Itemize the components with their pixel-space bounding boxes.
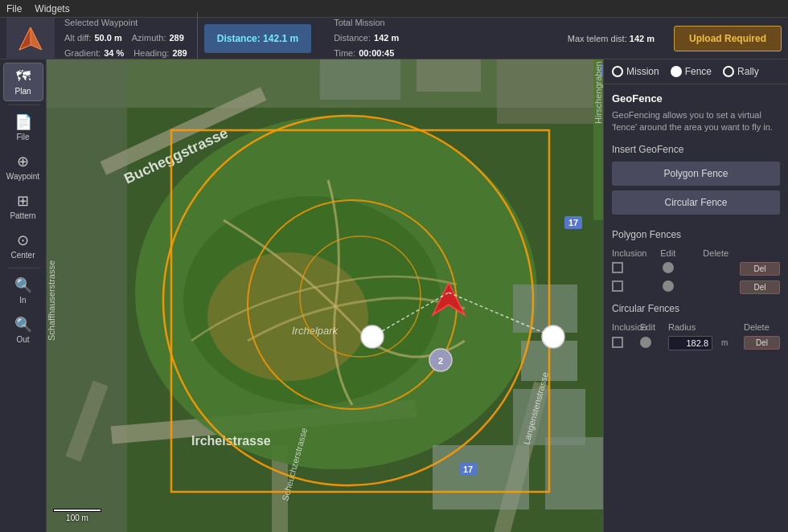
circular-table-header: Inclusion Edit Radius Delete [612, 321, 780, 334]
polygon-row-2: Del [612, 278, 780, 297]
file-icon: 📄 [14, 113, 32, 131]
radio-rally-circle [723, 66, 734, 77]
svg-text:Schaffhauserstrasse: Schaffhauserstrasse [47, 260, 56, 341]
inclusion-header: Inclusion [612, 248, 644, 258]
telem-info: Max telem dist: 142 m [558, 34, 664, 43]
alt-diff-value: 50.0 m [94, 31, 121, 46]
polygon-row-1: Del [612, 260, 780, 278]
circular-1-del-button[interactable]: Del [744, 336, 780, 350]
radio-fence-option[interactable]: Fence [671, 66, 712, 77]
geofence-desc: GeoFencing allows you to set a virtual '… [612, 109, 780, 134]
main-area: 🗺 Plan 📄 File ⊕ Waypoint ⊞ Pattern ⊙ Cen… [0, 59, 788, 532]
circular-inclusion-header: Inclusion [612, 322, 640, 332]
sidebar-waypoint-button[interactable]: ⊕ Waypoint [3, 148, 43, 186]
circular-row-1: m Del [612, 334, 780, 353]
svg-rect-19 [320, 59, 400, 100]
geofence-title: GeoFence [612, 92, 780, 104]
sidebar-divider-2 [7, 268, 39, 268]
polygon-1-edit-radio[interactable] [663, 262, 674, 273]
mission-time-value: 00:00:45 [359, 46, 394, 61]
polygon-fences-label: Polygon Fences [612, 229, 780, 240]
sidebar-center-button[interactable]: ⊙ Center [3, 227, 43, 264]
sidebar-file-button[interactable]: 📄 File [3, 108, 43, 146]
svg-text:Irchelpark: Irchelpark [292, 325, 339, 337]
radio-fence-label: Fence [685, 66, 712, 77]
svg-rect-17 [545, 437, 603, 509]
file-label: File [16, 133, 29, 141]
gradient-label: Gradient: [64, 46, 101, 61]
scale-label: 100 m [66, 514, 88, 522]
svg-rect-21 [497, 59, 603, 124]
menu-file[interactable]: File [6, 3, 22, 14]
upload-required-button[interactable]: Upload Required [674, 26, 782, 51]
heading-label: Heading: [133, 46, 169, 61]
mission-distance-label: Distance: [334, 31, 371, 46]
polygon-2-edit-radio[interactable] [663, 280, 674, 292]
center-label: Center [10, 251, 35, 260]
waypoint-icon: ⊕ [17, 153, 29, 170]
svg-rect-20 [417, 59, 481, 92]
plan-label: Plan [14, 87, 31, 96]
radius-unit: m [721, 338, 744, 347]
sidebar-divider-1 [7, 104, 39, 105]
svg-text:Hirschengraben: Hirschengraben [593, 61, 603, 124]
polygon-fence-table: Inclusion Edit Delete Del Del [612, 247, 780, 297]
polygon-fence-button[interactable]: Polygon Fence [612, 162, 780, 186]
logo-area [6, 18, 55, 59]
circular-fence-table: Inclusion Edit Radius Delete m Del [612, 321, 780, 353]
radio-rally-option[interactable]: Rally [723, 66, 759, 77]
circular-edit-header: Edit [640, 322, 668, 332]
circular-1-inclusion-checkbox[interactable] [612, 337, 623, 348]
mission-label: Total Mission [334, 15, 385, 31]
plan-icon: 🗺 [16, 68, 31, 85]
app-logo [16, 24, 45, 53]
alt-diff-label: Alt diff: [64, 31, 91, 46]
sidebar-zoom-in-button[interactable]: 🔍 In [3, 272, 43, 309]
map-background: Bucheggstrasse Irchelstrasse Schaffhause… [47, 59, 603, 532]
map-area[interactable]: Bucheggstrasse Irchelstrasse Schaffhause… [47, 59, 603, 532]
svg-rect-16 [433, 445, 529, 509]
radio-fence-circle [671, 66, 682, 77]
mission-info: Total Mission Distance: 142 m Time: 00:0… [324, 12, 408, 63]
left-sidebar: 🗺 Plan 📄 File ⊕ Waypoint ⊞ Pattern ⊙ Cen… [0, 59, 47, 532]
sidebar-plan-button[interactable]: 🗺 Plan [3, 63, 43, 101]
radio-mission-circle [612, 66, 623, 77]
svg-rect-13 [513, 284, 577, 333]
polygon-2-del-button[interactable]: Del [740, 280, 780, 294]
polygon-1-inclusion-checkbox[interactable] [612, 262, 623, 273]
center-icon: ⊙ [17, 231, 29, 249]
distance-value: 142.1 m [263, 33, 298, 44]
azimuth-value: 289 [169, 31, 183, 46]
mission-time-label: Time: [334, 46, 355, 61]
radio-mission-option[interactable]: Mission [612, 66, 659, 77]
circular-1-radius-input[interactable] [668, 336, 712, 350]
pattern-label: Pattern [10, 211, 35, 220]
scale-line [53, 509, 101, 512]
polygon-2-inclusion-checkbox[interactable] [612, 280, 623, 292]
edit-header: Edit [644, 248, 692, 258]
circular-1-edit-radio[interactable] [640, 337, 651, 348]
delete-header: Delete [692, 248, 741, 258]
sidebar-pattern-button[interactable]: ⊞ Pattern [3, 187, 43, 225]
circular-fences-label: Circular Fences [612, 303, 780, 314]
sidebar-zoom-out-button[interactable]: 🔍 Out [3, 311, 43, 349]
polygon-table-header: Inclusion Edit Delete [612, 247, 780, 260]
top-bar: Selected Waypoint Alt diff: 50.0 m Azimu… [0, 18, 788, 59]
radio-tabs: Mission Fence Rally [604, 59, 788, 84]
radio-rally-label: Rally [737, 66, 759, 77]
circular-fence-button[interactable]: Circular Fence [612, 190, 780, 215]
zoom-in-label: In [19, 296, 26, 305]
radio-mission-label: Mission [626, 66, 659, 77]
polygon-1-del-button[interactable]: Del [740, 262, 780, 276]
selected-waypoint-label: Selected Waypoint [64, 15, 137, 31]
circular-delete-header: Delete [744, 322, 780, 332]
distance-box: Distance: 142.1 m [204, 24, 311, 53]
circular-radius-header: Radius [668, 322, 720, 332]
zoom-in-icon: 🔍 [14, 276, 32, 294]
svg-rect-4 [47, 59, 127, 532]
svg-marker-1 [19, 27, 31, 50]
azimuth-label: Azimuth: [132, 31, 166, 46]
scale-bar: 100 m [53, 509, 101, 522]
distance-label: Distance: [217, 33, 261, 44]
pattern-icon: ⊞ [17, 192, 29, 210]
